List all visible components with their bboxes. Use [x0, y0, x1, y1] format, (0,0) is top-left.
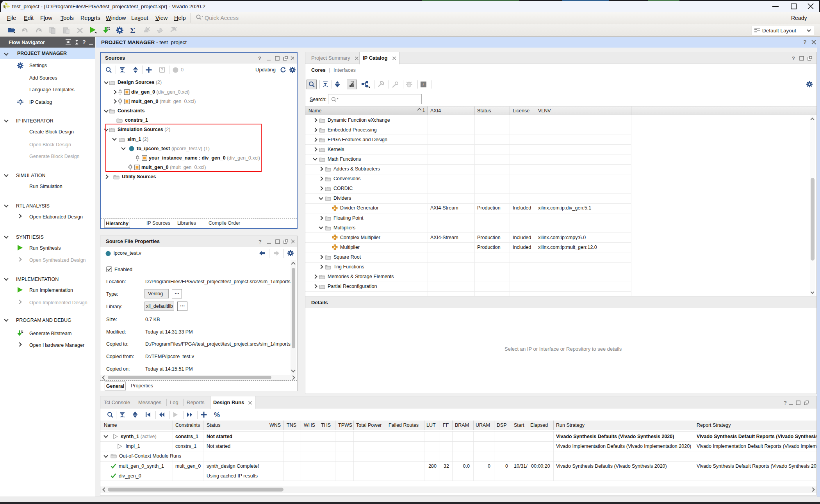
svg-text:?: ?	[161, 68, 163, 72]
svg-text:?: ?	[258, 239, 262, 244]
svg-text:i: i	[422, 82, 424, 87]
svg-text:?: ?	[82, 39, 86, 45]
svg-text:?: ?	[792, 55, 795, 61]
svg-text:?: ?	[258, 55, 261, 61]
